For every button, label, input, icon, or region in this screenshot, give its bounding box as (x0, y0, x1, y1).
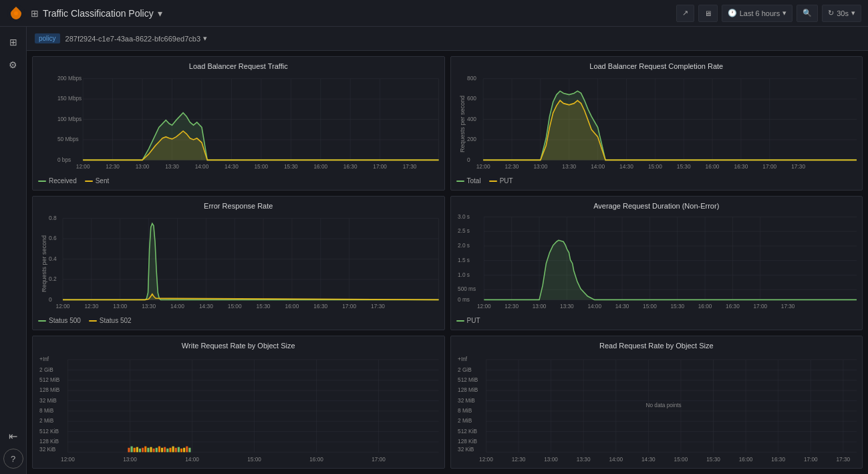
svg-rect-199 (178, 447, 180, 453)
svg-text:512 MiB: 512 MiB (39, 376, 60, 383)
svg-rect-181 (128, 448, 130, 453)
svg-text:15:30: 15:30 (670, 303, 684, 310)
monitor-button[interactable]: 🖥 (698, 5, 718, 22)
svg-text:15:00: 15:00 (247, 456, 261, 463)
svg-text:200 Mbps: 200 Mbps (57, 75, 82, 82)
legend-label-total: Total (467, 177, 481, 185)
svg-text:14:00: 14:00 (609, 456, 623, 463)
svg-marker-72 (483, 91, 857, 160)
chart-area-read: +Inf 2 GiB 512 MiB 128 MiB 32 MiB 8 MiB … (456, 352, 857, 463)
chart-inner-error: 0.8 0.6 0.4 0.2 0 (47, 213, 439, 314)
legend-dot-total (456, 181, 464, 182)
svg-rect-184 (136, 447, 138, 453)
legend-dot-sent (85, 181, 93, 182)
svg-text:12:30: 12:30 (84, 303, 98, 310)
time-range-button[interactable]: 🕐 Last 6 hours ▾ (722, 5, 793, 22)
page-title: Traffic Classification Policy (43, 8, 154, 19)
svg-rect-197 (172, 447, 174, 453)
svg-text:13:30: 13:30 (560, 303, 574, 310)
svg-rect-190 (153, 449, 155, 452)
svg-text:512 KiB: 512 KiB (458, 428, 477, 435)
svg-text:0 bps: 0 bps (57, 156, 71, 162)
refresh-label: 30s (837, 9, 849, 17)
svg-text:14:00: 14:00 (170, 303, 184, 310)
svg-text:15:30: 15:30 (284, 163, 298, 170)
svg-text:0: 0 (467, 156, 470, 162)
svg-text:16:30: 16:30 (343, 163, 357, 170)
svg-text:15:00: 15:00 (228, 303, 242, 310)
svg-text:12:30: 12:30 (511, 456, 525, 463)
time-range-label: Last 6 hours (740, 9, 780, 17)
svg-text:17:00: 17:00 (753, 303, 767, 310)
svg-text:16:00: 16:00 (309, 456, 323, 463)
svg-text:16:00: 16:00 (313, 163, 327, 170)
chart-area-lb-traffic: 200 Mbps 150 Mbps 100 Mbps 50 Mbps 0 bps (38, 73, 439, 174)
svg-text:12:30: 12:30 (504, 303, 519, 310)
sidebar-item-settings[interactable]: ⚙ (3, 55, 23, 75)
svg-text:13:00: 13:00 (136, 163, 150, 170)
svg-text:17:00: 17:00 (342, 303, 356, 310)
policy-id[interactable]: 287f2924-c1e7-43aa-8622-bfc669ed7cb3 ▾ (65, 34, 207, 43)
y-axis-label-error: Requests per second (38, 235, 47, 292)
legend-dot-status500 (38, 320, 46, 322)
svg-text:17:30: 17:30 (780, 303, 794, 310)
refresh-button[interactable]: ↻ 30s ▾ (822, 5, 861, 22)
svg-text:50 Mbps: 50 Mbps (57, 136, 79, 142)
legend-label-put-duration: PUT (467, 317, 480, 324)
svg-text:0.6: 0.6 (49, 235, 57, 241)
svg-marker-37 (83, 131, 438, 160)
chart-area-error: Requests per second 0.8 0.6 0.4 0.2 0 (38, 213, 439, 314)
svg-text:13:00: 13:00 (123, 456, 137, 463)
svg-text:800: 800 (467, 75, 476, 82)
legend-label-status502: Status 502 (100, 317, 132, 324)
chart-svg-error: 0.8 0.6 0.4 0.2 0 (47, 213, 439, 314)
svg-text:17:30: 17:30 (403, 163, 417, 170)
legend-total: Total (456, 177, 481, 185)
chart-inner-avg-duration: 3.0 s 2.5 s 2.0 s 1.5 s 1.0 s 500 ms 0 m… (456, 213, 857, 314)
chart-legend-lb-completion: Total PUT (456, 177, 857, 185)
svg-text:32 KiB: 32 KiB (458, 446, 474, 453)
svg-text:16:30: 16:30 (726, 303, 740, 310)
svg-text:2.0 s: 2.0 s (458, 242, 470, 249)
svg-marker-108 (63, 223, 438, 300)
svg-text:12:30: 12:30 (504, 163, 519, 170)
svg-text:16:00: 16:00 (285, 303, 299, 310)
grid-icon: ⊞ (31, 8, 39, 19)
svg-text:3.0 s: 3.0 s (458, 213, 470, 220)
svg-text:15:30: 15:30 (706, 456, 720, 463)
svg-text:2.5 s: 2.5 s (458, 227, 470, 234)
share-button[interactable]: ↗ (676, 5, 694, 22)
svg-text:15:00: 15:00 (674, 456, 688, 463)
svg-text:16:00: 16:00 (738, 456, 752, 463)
sidebar-item-help[interactable]: ? (3, 449, 23, 469)
svg-text:15:30: 15:30 (257, 303, 271, 310)
svg-rect-196 (169, 448, 171, 453)
svg-text:500 ms: 500 ms (458, 285, 476, 292)
chart-svg-avg-duration: 3.0 s 2.5 s 2.0 s 1.5 s 1.0 s 500 ms 0 m… (456, 213, 857, 314)
zoom-button[interactable]: 🔍 (797, 5, 818, 22)
svg-text:0.2: 0.2 (49, 275, 57, 282)
svg-rect-193 (161, 448, 163, 453)
chart-svg-lb-traffic: 200 Mbps 150 Mbps 100 Mbps 50 Mbps 0 bps (38, 73, 439, 174)
legend-label-status500: Status 500 (49, 317, 81, 324)
svg-rect-201 (183, 448, 185, 453)
svg-text:12:30: 12:30 (106, 163, 120, 170)
svg-text:12:00: 12:00 (76, 163, 90, 170)
title-caret-icon[interactable]: ▾ (158, 8, 162, 19)
chart-avg-duration: Average Request Duration (Non-Error) 3.0… (450, 196, 863, 330)
svg-rect-188 (147, 448, 149, 453)
svg-rect-203 (188, 448, 190, 453)
svg-text:2 GiB: 2 GiB (458, 366, 472, 373)
chart-area-lb-completion: Requests per second 800 600 400 200 0 (456, 73, 857, 174)
svg-text:13:00: 13:00 (533, 163, 547, 170)
chart-legend-avg-duration: PUT (456, 317, 857, 324)
svg-text:16:00: 16:00 (698, 303, 712, 310)
svg-text:12:00: 12:00 (61, 456, 75, 463)
sidebar-item-signin[interactable]: ⇤ (3, 426, 23, 446)
svg-rect-183 (134, 448, 136, 453)
chart-legend-error: Status 500 Status 502 (38, 317, 439, 324)
legend-dot-received (38, 181, 46, 182)
svg-text:14:30: 14:30 (641, 456, 656, 463)
sidebar-item-dashboard[interactable]: ⊞ (3, 32, 23, 52)
svg-text:13:00: 13:00 (113, 303, 127, 310)
